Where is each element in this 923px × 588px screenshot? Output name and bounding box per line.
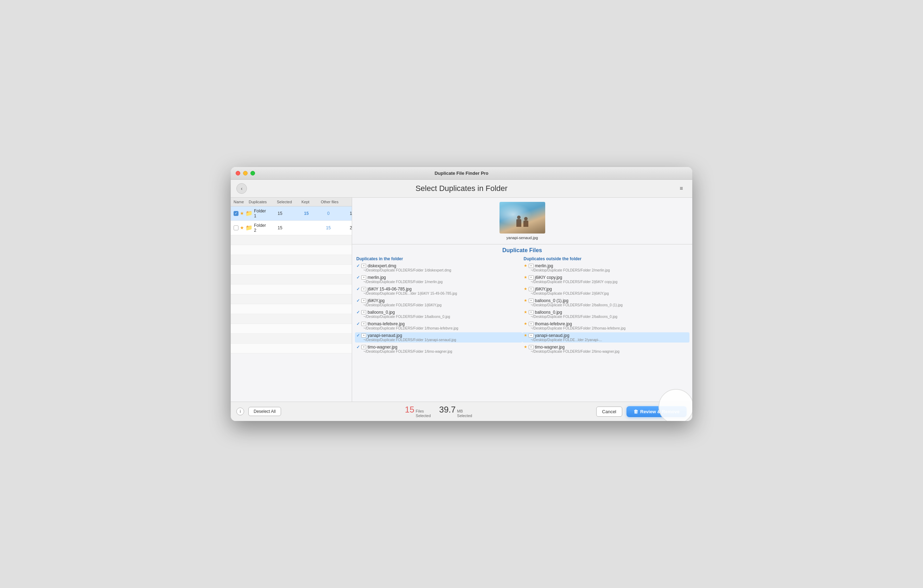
list-item[interactable]: ✓ ≡ thomas-lefebvre.jpg ~/Desktop/Duplic…	[356, 322, 521, 330]
file-path: ~/Desktop/Duplicate FOLDERS/Folder 2/tho…	[531, 326, 688, 330]
close-button[interactable]	[236, 171, 240, 176]
star-icon: ★	[524, 310, 527, 314]
star-icon: ★	[524, 287, 527, 291]
info-button[interactable]: i	[236, 407, 244, 416]
cancel-button[interactable]: Cancel	[596, 407, 622, 417]
list-item[interactable]: ★ ≡ thomas-lefebvre.jpg ~/Desktop/Duplic…	[524, 322, 688, 330]
titlebar: Duplicate File Finder Pro	[231, 167, 692, 180]
maximize-button[interactable]	[250, 171, 255, 176]
star-icon: ★	[524, 263, 527, 268]
menu-button[interactable]: ≡	[676, 183, 687, 194]
file-path: ~/Desktop/Duplicate FOLDERS/Folder 1/tho…	[363, 326, 521, 330]
file-name: j6iKlY.jpg	[535, 287, 552, 292]
list-item[interactable]: ★ ≡ balloons_0 (1).jpg ~/Desktop/Duplica…	[524, 298, 688, 307]
file-icon: ≡	[529, 264, 534, 268]
toolbar: ‹ Select Duplicates in Folder ≡	[231, 180, 692, 198]
list-item[interactable]: ★ ≡ j6iKlY copy.jpg ~/Desktop/Duplicate …	[524, 275, 688, 284]
duplicate-files-section: Duplicate Files Duplicates in the folder…	[352, 245, 692, 402]
list-item[interactable]: ✓ ≡ timo-wagner.jpg ~/Desktop/Duplicate …	[356, 345, 521, 353]
folder-checkbox[interactable]	[233, 225, 238, 230]
list-item[interactable]: ✓ ≡ merlin.jpg ~/Desktop/Duplicate FOLDE…	[356, 275, 521, 284]
file-path: ~/Desktop/Duplicate FOLDERS/Folder 2/j6i…	[531, 292, 688, 296]
review-remove-button[interactable]: 🗑 Review & Remove	[626, 406, 687, 417]
size-unit-label: MB Selected	[457, 409, 472, 418]
list-item[interactable]: ✓ ≡ yanapi-senaud.jpg ~/Desktop/Duplicat…	[355, 332, 522, 343]
person-head	[517, 215, 521, 219]
deselect-label: Deselect All	[254, 409, 276, 414]
menu-icon: ≡	[680, 186, 683, 192]
file-icon: ≡	[361, 264, 366, 268]
file-icon: ≡	[361, 310, 366, 314]
inside-column: Duplicates in the folder ✓ ≡ diskexpert.…	[356, 256, 521, 356]
page-title: Select Duplicates in Folder	[247, 184, 676, 193]
review-remove-wrapper: 🗑 Review & Remove	[626, 406, 687, 417]
file-icon: ≡	[529, 333, 534, 338]
list-item[interactable]: ✓ ≡ diskexpert.dmg ~/Desktop/Duplicate F…	[356, 263, 521, 272]
person-head	[524, 217, 528, 220]
col-duplicates: Duplicates	[249, 200, 277, 204]
file-path: ~/Desktop/Duplicate FOLDERS/Folder 1/dis…	[363, 268, 521, 272]
col-selected: Selected	[277, 200, 301, 204]
stats-section: 15 FilesSelected 39.7 MB Selected	[285, 405, 592, 418]
list-item[interactable]: ★ ≡ yanapi-senaud.jpg ~/Desktop/Duplicat…	[522, 332, 690, 343]
file-icon: ≡	[529, 275, 534, 279]
left-panel: Name Duplicates Selected Kept Other file…	[231, 198, 352, 402]
empty-rows	[231, 235, 352, 402]
file-name: merlin.jpg	[368, 275, 386, 280]
list-item[interactable]: ★ ≡ merlin.jpg ~/Desktop/Duplicate FOLDE…	[524, 263, 688, 272]
back-icon: ‹	[241, 186, 243, 191]
selected-count: 15	[294, 211, 319, 216]
list-item[interactable]: ✓ ≡ j6iKlY 15-49-06-785.jpg ~/Desktop/Du…	[356, 287, 521, 296]
file-icon: ≡	[529, 322, 534, 326]
duplicates-count: 15	[266, 225, 294, 230]
file-icon: ≡	[361, 322, 366, 326]
file-name: balloons_0.jpg	[368, 310, 395, 315]
check-icon: ✓	[356, 287, 360, 292]
person-figure	[524, 217, 528, 227]
file-icon: ≡	[529, 345, 534, 349]
cancel-label: Cancel	[602, 409, 616, 414]
list-item[interactable]: ✓ ≡ balloons_0.jpg ~/Desktop/Duplicate F…	[356, 310, 521, 319]
table-row[interactable]: ★ 📁 Folder 2 15 15 22	[231, 221, 352, 235]
folder-icon: 📁	[246, 224, 253, 231]
folder-name-cell: ★ 📁 Folder 2	[233, 223, 266, 233]
file-name: thomas-lefebvre.jpg	[535, 322, 572, 326]
folder-checkbox[interactable]: ✓	[233, 211, 238, 216]
file-name: balloons_0 (1).jpg	[535, 298, 568, 303]
folder-table-header: Name Duplicates Selected Kept Other file…	[231, 198, 352, 207]
file-icon: ≡	[361, 299, 366, 303]
star-icon: ★	[524, 345, 527, 349]
files-stat: 15 FilesSelected	[405, 405, 431, 418]
inside-col-header: Duplicates in the folder	[356, 256, 521, 261]
outside-column: Duplicates outside the folder ★ ≡ merlin…	[524, 256, 688, 356]
check-icon: ✓	[356, 298, 360, 303]
folder-label: Folder 1	[254, 209, 266, 218]
col-other: Other files	[321, 200, 349, 204]
list-item[interactable]: ★ ≡ j6iKlY.jpg ~/Desktop/Duplicate FOLDE…	[524, 287, 688, 296]
check-icon: ✓	[356, 345, 360, 350]
minimize-button[interactable]	[243, 171, 248, 176]
file-path: ~/Desktop/Duplicate FOLDERS/Folder 1/yan…	[363, 338, 521, 342]
star-icon: ★	[524, 275, 527, 279]
star-icon: ★	[240, 225, 244, 230]
file-path: ~/Desktop/Duplicate FOLDERS/Folder 1/mer…	[363, 280, 521, 284]
files-count: 15	[405, 405, 414, 415]
file-path: ~/Desktop/Duplicate FOLDERS/Folder 1/tim…	[363, 350, 521, 353]
file-icon: ≡	[361, 333, 366, 338]
list-item[interactable]: ✓ ≡ j6iKlY.jpg ~/Desktop/Duplicate FOLDE…	[356, 298, 521, 307]
file-name: merlin.jpg	[535, 263, 553, 268]
list-item[interactable]: ★ ≡ balloons_0.jpg ~/Desktop/Duplicate F…	[524, 310, 688, 319]
file-name: j6iKlY copy.jpg	[535, 275, 562, 280]
files-label: FilesSelected	[416, 409, 431, 418]
size-stat: 39.7 MB Selected	[439, 405, 472, 418]
file-icon: ≡	[529, 287, 534, 291]
star-icon: ★	[524, 322, 527, 326]
preview-image	[499, 202, 545, 233]
back-button[interactable]: ‹	[236, 183, 247, 194]
table-row[interactable]: ✓ ★ 📁 Folder 1 15 15 0 13	[231, 207, 352, 221]
file-path: ~/Desktop/Duplicate FOLDERS/Folder 2/bal…	[531, 315, 688, 319]
list-item[interactable]: ★ ≡ timo-wagner.jpg ~/Desktop/Duplicate …	[524, 345, 688, 353]
file-path: ~/Desktop/Duplicate FOLDERS/Folder 2/tim…	[531, 350, 688, 353]
preview-filename: yanapi-senaud.jpg	[506, 236, 538, 240]
deselect-all-button[interactable]: Deselect All	[248, 407, 281, 416]
